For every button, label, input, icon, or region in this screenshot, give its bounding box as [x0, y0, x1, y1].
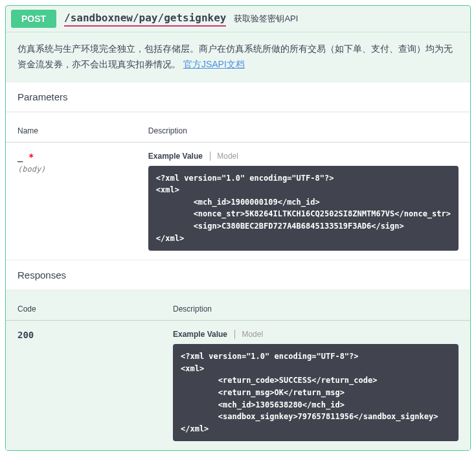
request-example-code[interactable]: <?xml version="1.0" encoding="UTF-8"?> <…	[148, 166, 459, 251]
parameters-table: Name Description _ * (body) Exam	[6, 112, 470, 260]
response-row: 200 Example Value Model <?xml version="1…	[6, 321, 470, 451]
responses-header: Responses	[6, 260, 470, 290]
col-header-code: Code	[6, 290, 161, 321]
operation-summary-text: 获取验签密钥API	[234, 13, 298, 25]
responses-section: Responses Code Description 200	[6, 260, 470, 450]
col-header-description: Description	[137, 112, 470, 143]
operation-summary-row[interactable]: POST /sandboxnew/pay/getsignkey 获取验签密钥AP…	[6, 6, 470, 32]
tab-model[interactable]: Model	[210, 152, 244, 161]
example-model-tabs-resp: Example Value Model	[173, 330, 459, 339]
param-in: (body)	[17, 165, 125, 174]
operation-block: POST /sandboxnew/pay/getsignkey 获取验签密钥AP…	[5, 5, 471, 451]
tab-example-value-resp[interactable]: Example Value	[173, 330, 232, 339]
http-method-badge: POST	[11, 10, 56, 28]
param-name: _	[17, 152, 23, 162]
parameter-row: _ * (body) Example Value Model <?xml ver…	[6, 142, 470, 260]
tab-example-value[interactable]: Example Value	[148, 152, 208, 161]
responses-table: Code Description 200 Example Value Model	[6, 290, 470, 450]
required-star: *	[28, 152, 34, 162]
col-header-description-resp: Description	[161, 290, 470, 321]
docs-link[interactable]: 官方JSAPI文档	[183, 59, 245, 69]
parameters-header: Parameters	[6, 82, 470, 112]
parameters-section: Parameters Name Description _ * (body)	[6, 82, 470, 260]
response-example-code[interactable]: <?xml version="1.0" encoding="UTF-8"?> <…	[173, 344, 459, 441]
col-header-name: Name	[6, 112, 137, 143]
response-code: 200	[17, 330, 150, 340]
example-model-tabs: Example Value Model	[148, 152, 459, 161]
tab-model-resp[interactable]: Model	[234, 330, 268, 339]
operation-description: 仿真系统与生产环境完全独立，包括存储层。商户在仿真系统所做的所有交易（如下单、支…	[6, 32, 470, 82]
operation-path: /sandboxnew/pay/getsignkey	[64, 12, 226, 27]
